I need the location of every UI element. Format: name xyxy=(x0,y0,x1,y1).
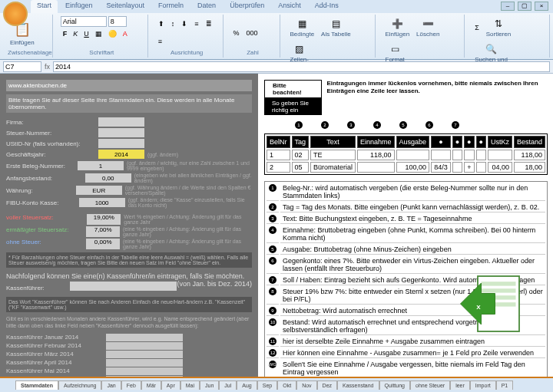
tax-value[interactable]: 7,00% xyxy=(86,226,120,237)
border-button[interactable]: ▦ xyxy=(93,28,104,39)
sort-button[interactable]: ⇅Sortieren xyxy=(484,16,513,39)
sheet-tab[interactable]: Jul xyxy=(219,380,237,390)
fx-icon[interactable]: fx xyxy=(45,63,50,71)
explanation-row: 5Ausgabe: Bruttobetrag (ohne Minus-Zeich… xyxy=(267,245,545,255)
tab-addins[interactable]: Add-Ins xyxy=(309,0,345,13)
sheet-tab[interactable]: Apr xyxy=(161,380,180,390)
table-header: Einnahme xyxy=(357,136,395,148)
tab-review[interactable]: Überprüfen xyxy=(224,0,270,13)
align-center-icon[interactable]: ≣ xyxy=(204,18,214,29)
kf-month-field[interactable] xyxy=(106,342,183,350)
autosum-button[interactable]: Σ xyxy=(472,22,482,33)
sheet-tab[interactable]: Jan xyxy=(101,380,121,390)
table-icon: ▤ xyxy=(329,18,342,30)
table-row[interactable]: 102TE118,00118,00 xyxy=(267,150,545,160)
sheet-tab[interactable]: leer xyxy=(450,380,470,390)
delete-cells-button[interactable]: ➖Löschen xyxy=(414,16,442,39)
font-size-select[interactable] xyxy=(108,16,127,27)
sheet-tab[interactable]: Nov xyxy=(296,380,316,390)
form-field[interactable] xyxy=(98,117,144,127)
sheet-tab[interactable]: ohne Steuer xyxy=(410,380,450,390)
cond-format-button[interactable]: ▦Bedingte xyxy=(288,16,317,39)
form-field[interactable] xyxy=(98,150,144,159)
form-label: Firma: xyxy=(6,119,98,126)
fill-color-button[interactable]: 🟡 xyxy=(106,28,119,39)
explanation-row: 1Beleg-Nr.: wird automatisch vergeben (d… xyxy=(267,183,545,201)
cond-format-icon: ▦ xyxy=(296,18,308,30)
tax-hint: (eine % eingeben / Achtung: Änderung gil… xyxy=(123,226,252,237)
sheet-tab[interactable]: Sep xyxy=(257,380,277,390)
sheet-tab[interactable]: Okt xyxy=(277,380,296,390)
align-left-icon[interactable]: ≡ xyxy=(192,18,200,29)
tab-formulas[interactable]: Formeln xyxy=(152,0,190,13)
comma-icon[interactable]: 000 xyxy=(244,28,260,38)
sheet-tab[interactable]: Quittung xyxy=(379,380,410,390)
font-name-select[interactable] xyxy=(61,16,107,27)
worksheet[interactable]: www.aktenbuchen.de Bitte tragen Sie auf … xyxy=(0,74,553,377)
align-bot-icon[interactable]: ⬇ xyxy=(179,18,190,29)
explanation-row: 3Text: Bitte Buchungstext eingeben, z. B… xyxy=(267,214,545,224)
kf-month-field[interactable] xyxy=(106,359,183,367)
callout-text: Eintragungen immer lückenlos vornehmen, … xyxy=(326,80,548,96)
sheet-tab[interactable]: Import xyxy=(470,380,496,390)
sheet-tab[interactable]: P1 xyxy=(496,380,514,390)
form-label: FIBU-Konto Kasse: xyxy=(6,199,79,206)
formula-input[interactable] xyxy=(53,61,550,72)
sheet-tab[interactable]: Feb xyxy=(121,380,141,390)
tab-layout[interactable]: Seitenlayout xyxy=(101,0,151,13)
sheet-tab[interactable]: Stammdaten xyxy=(15,380,58,390)
form-field[interactable] xyxy=(85,173,131,183)
italic-button[interactable]: K xyxy=(71,28,80,39)
minimize-button[interactable]: – xyxy=(501,2,515,11)
underline-button[interactable]: U xyxy=(81,28,91,39)
insert-cells-button[interactable]: ➕Einfügen xyxy=(383,16,412,39)
font-color-button[interactable]: A xyxy=(121,28,130,39)
align-right-icon[interactable]: ≡ xyxy=(156,36,164,47)
kf-month-field[interactable] xyxy=(106,367,183,375)
table-format-button[interactable]: ▤Als Tabelle xyxy=(319,16,353,39)
bold-button[interactable]: F xyxy=(61,28,70,39)
sheet-tab[interactable]: Jun xyxy=(200,380,219,390)
table-row[interactable]: 205Büromaterial100,0084/3+04,0018,00 xyxy=(267,162,545,173)
align-top-icon[interactable]: ⬆ xyxy=(156,18,167,29)
entry-table: BelNrTagTextEinnahmeAusgabe●●●●UstKzBest… xyxy=(264,133,548,175)
form-field[interactable] xyxy=(78,161,124,170)
tab-start[interactable]: Start xyxy=(31,0,58,13)
sheet-tab[interactable]: Kassenstand xyxy=(337,380,379,390)
kf-month-field[interactable] xyxy=(106,376,183,377)
kf-month-field[interactable] xyxy=(106,351,183,358)
tax-hint: (eine % eingeben / Achtung: Änderung gil… xyxy=(123,239,252,249)
kf-month-label: Kassenführer Juni 2014 xyxy=(6,376,106,377)
form-field[interactable] xyxy=(79,198,125,207)
percent-icon[interactable]: % xyxy=(231,28,242,38)
tax-value[interactable]: 0,00% xyxy=(86,239,120,249)
format-icon: ▭ xyxy=(389,43,401,55)
tab-view[interactable]: Ansicht xyxy=(272,0,307,13)
name-box[interactable] xyxy=(3,61,41,72)
align-mid-icon[interactable]: ↕ xyxy=(169,18,177,29)
number-circle: 3 xyxy=(347,121,355,129)
table-header: ● xyxy=(431,136,451,148)
form-field[interactable] xyxy=(98,128,144,137)
explanation-row: 2Tag = Tag des Monats. Bitte eingeben (P… xyxy=(267,203,545,212)
close-button[interactable]: × xyxy=(535,2,548,11)
group-styles: ▦Bedingte ▤Als Tabelle ▨Zellen- Formatvo… xyxy=(283,15,376,58)
tab-insert[interactable]: Einfügen xyxy=(59,0,99,13)
kf-month-field[interactable] xyxy=(106,334,183,341)
sheet-tab[interactable]: Dez xyxy=(317,380,337,390)
tab-data[interactable]: Daten xyxy=(191,0,222,13)
sheet-tab[interactable]: Mär xyxy=(141,380,161,390)
sheet-tab[interactable]: Aug xyxy=(237,380,257,390)
tax-value[interactable]: 19,00% xyxy=(87,214,121,225)
kf-month-label: Kassenführer Mai 2014 xyxy=(6,367,106,375)
tax-label: ermäßigter Steuersatz: xyxy=(6,226,86,237)
kf-input[interactable] xyxy=(70,282,177,291)
group-cells: ➕Einfügen ➖Löschen ▭Format Zellen xyxy=(379,15,465,58)
office-button[interactable] xyxy=(3,2,28,26)
form-field[interactable] xyxy=(98,139,144,148)
sheet-tab[interactable]: Mai xyxy=(180,380,200,390)
number-circle: 1 xyxy=(295,121,303,129)
restore-button[interactable]: ▢ xyxy=(518,2,531,11)
sheet-tab[interactable]: Aufzeichnung xyxy=(58,380,101,390)
form-field[interactable] xyxy=(76,186,122,195)
